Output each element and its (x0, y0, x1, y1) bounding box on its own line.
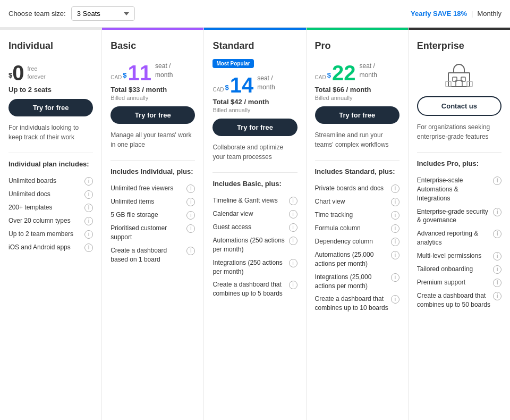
individual-plan-name: Individual (8, 40, 53, 52)
standard-price-amount: 14 (230, 74, 254, 96)
feature-item: 5 GB file storagei (110, 208, 195, 222)
info-icon[interactable]: i (186, 247, 195, 255)
info-icon[interactable]: i (84, 243, 93, 252)
basic-price-row: CAD $ 11 seat / month (110, 56, 195, 83)
basic-total: Total $33 / month (110, 86, 195, 94)
standard-divider (212, 172, 297, 173)
info-icon[interactable]: i (493, 177, 502, 185)
pro-cad: CAD (315, 74, 326, 80)
individual-divider (8, 153, 93, 153)
feature-item: Over 20 column typesi (8, 214, 93, 228)
info-icon[interactable]: i (391, 273, 400, 282)
info-icon[interactable]: i (186, 211, 195, 220)
feature-item: Enterprise-grade security & governancei (417, 205, 502, 228)
feature-item: Enterprise-scale Automations & Integrati… (417, 174, 502, 205)
individual-price-row: $ 0 free forever (8, 56, 93, 83)
individual-forever-label: forever (27, 73, 45, 80)
info-icon[interactable]: i (84, 204, 93, 212)
top-bar: Choose team size: 3 Seats 1 Seat 2 Seats… (0, 0, 510, 28)
standard-per-seat: seat / (257, 74, 275, 83)
info-icon[interactable]: i (493, 265, 502, 274)
individual-seats: Up to 2 seats (8, 86, 93, 94)
plan-enterprise: Enterprise Contact us For organizations … (409, 28, 510, 420)
billing-yearly[interactable]: Yearly SAVE 18% (411, 10, 467, 18)
info-icon[interactable]: i (186, 224, 195, 233)
feature-item: Unlimited free viewersi (110, 182, 195, 195)
enterprise-plan-name: Enterprise (417, 40, 464, 52)
individual-free-label: free (27, 65, 45, 72)
feature-item: Timeline & Gantt viewsi (212, 194, 297, 207)
info-icon[interactable]: i (289, 281, 298, 289)
pro-description: Streamline and run your teams' complex w… (315, 130, 400, 149)
feature-item: Private boards and docsi (315, 182, 400, 195)
info-icon[interactable]: i (391, 211, 400, 220)
info-icon[interactable]: i (493, 279, 502, 287)
individual-cta-button[interactable]: Try for free (8, 99, 93, 116)
basic-billed: Billed annually (110, 95, 195, 101)
pro-cta-button[interactable]: Try for free (315, 106, 400, 124)
pro-feature-list: Private boards and docsi Chart viewi Tim… (315, 182, 400, 315)
info-icon[interactable]: i (289, 210, 298, 219)
info-icon[interactable]: i (186, 184, 195, 193)
basic-divider (110, 160, 195, 161)
info-icon[interactable]: i (493, 208, 502, 216)
team-size-control: Choose team size: 3 Seats 1 Seat 2 Seats… (8, 6, 135, 21)
team-size-select[interactable]: 3 Seats 1 Seat 2 Seats 5 Seats 10 Seats … (71, 6, 135, 21)
feature-item: Tailored onboardingi (417, 263, 502, 276)
enterprise-divider (417, 152, 502, 153)
info-icon[interactable]: i (493, 252, 502, 261)
info-icon[interactable]: i (289, 197, 298, 205)
most-popular-badge: Most Popular (212, 59, 253, 68)
info-icon[interactable]: i (289, 223, 298, 232)
feature-item: Integrations (25,000 actions per month)i (315, 271, 400, 293)
info-icon[interactable]: i (84, 177, 93, 186)
pro-per-month: month (359, 71, 377, 80)
enterprise-feature-list: Enterprise-scale Automations & Integrati… (417, 174, 502, 311)
pro-per-seat: seat / (359, 62, 377, 71)
enterprise-includes-title: Includes Pro, plus: (417, 159, 502, 169)
feature-item: Multi-level permissionsi (417, 249, 502, 263)
info-icon[interactable]: i (391, 184, 400, 193)
feature-item: Unlimited itemsi (110, 195, 195, 208)
info-icon[interactable]: i (289, 237, 298, 245)
info-icon[interactable]: i (391, 238, 400, 246)
individual-feature-list: Unlimited boardsi Unlimited docsi 200+ t… (8, 174, 93, 254)
team-size-label: Choose team size: (8, 10, 66, 18)
basic-includes-title: Includes Individual, plus: (110, 167, 195, 177)
info-icon[interactable]: i (391, 198, 400, 206)
info-icon[interactable]: i (289, 259, 298, 267)
basic-price-amount: 11 (128, 62, 152, 83)
individual-includes-title: Individual plan includes: (8, 159, 93, 169)
billing-monthly[interactable]: Monthly (477, 10, 502, 18)
plan-basic: Basic CAD $ 11 seat / month Total $33 / … (102, 28, 204, 420)
standard-plan-name: Standard (212, 40, 254, 52)
basic-cta-button[interactable]: Try for free (110, 106, 195, 124)
basic-per-month: month (155, 71, 173, 80)
individual-description: For individuals looking to keep track of… (8, 123, 93, 142)
info-icon[interactable]: i (186, 198, 195, 206)
info-icon[interactable]: i (84, 190, 93, 199)
billing-divider: | (471, 10, 473, 18)
info-icon[interactable]: i (493, 230, 502, 238)
pro-total: Total $66 / month (315, 86, 400, 94)
standard-description: Collaborate and optimize your team proce… (212, 142, 297, 162)
info-icon[interactable]: i (391, 251, 400, 259)
pro-price-amount: 22 (332, 62, 356, 83)
info-icon[interactable]: i (84, 230, 93, 239)
standard-cta-button[interactable]: Try for free (212, 119, 297, 136)
feature-item: Premium supporti (417, 276, 502, 289)
feature-item: Time trackingi (315, 208, 400, 222)
feature-item: Create a dashboard based on 1 boardi (110, 244, 195, 266)
standard-includes-title: Includes Basic, plus: (212, 179, 297, 189)
info-icon[interactable]: i (391, 224, 400, 233)
enterprise-cta-button[interactable]: Contact us (417, 96, 502, 116)
feature-item: Unlimited boardsi (8, 174, 93, 188)
info-icon[interactable]: i (391, 295, 400, 304)
standard-per-month: month (257, 83, 275, 92)
info-icon[interactable]: i (84, 217, 93, 225)
plan-pro: Pro CAD $ 22 seat / month Total $66 / mo… (307, 28, 409, 420)
pro-dollar: $ (327, 71, 331, 79)
basic-dollar: $ (123, 71, 126, 79)
feature-item: Up to 2 team membersi (8, 228, 93, 241)
info-icon[interactable]: i (493, 292, 502, 300)
